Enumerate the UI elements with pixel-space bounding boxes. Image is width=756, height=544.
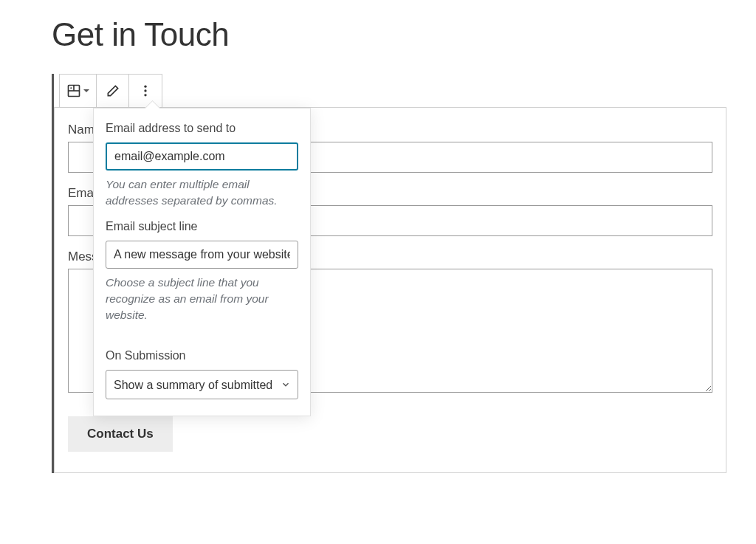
- block-type-button[interactable]: [60, 75, 97, 107]
- subject-hint: Choose a subject line that you recognize…: [106, 275, 298, 323]
- pencil-icon: [106, 83, 120, 98]
- submit-button[interactable]: Contact Us: [68, 416, 173, 452]
- more-options-button[interactable]: [129, 75, 162, 107]
- form-block-icon: [66, 83, 81, 98]
- svg-point-3: [70, 87, 72, 89]
- email-to-input[interactable]: [106, 142, 298, 171]
- svg-point-5: [144, 89, 146, 92]
- svg-point-6: [144, 94, 146, 96]
- subject-input[interactable]: [106, 241, 298, 269]
- on-submission-label: On Submission: [106, 349, 298, 362]
- block-toolbar: [59, 74, 162, 108]
- page-title: Get in Touch: [52, 16, 726, 53]
- edit-button[interactable]: [97, 75, 129, 107]
- form-block: Email address to send to You can enter m…: [52, 74, 726, 473]
- on-submission-select[interactable]: Show a summary of submitted: [106, 370, 298, 399]
- chevron-down-icon: [83, 87, 90, 94]
- email-to-label: Email address to send to: [106, 122, 298, 135]
- email-to-hint: You can enter multiple email addresses s…: [106, 176, 298, 208]
- form-settings-popover: Email address to send to You can enter m…: [93, 108, 311, 416]
- more-vertical-icon: [138, 83, 153, 98]
- svg-point-4: [144, 86, 146, 88]
- subject-label: Email subject line: [106, 220, 298, 233]
